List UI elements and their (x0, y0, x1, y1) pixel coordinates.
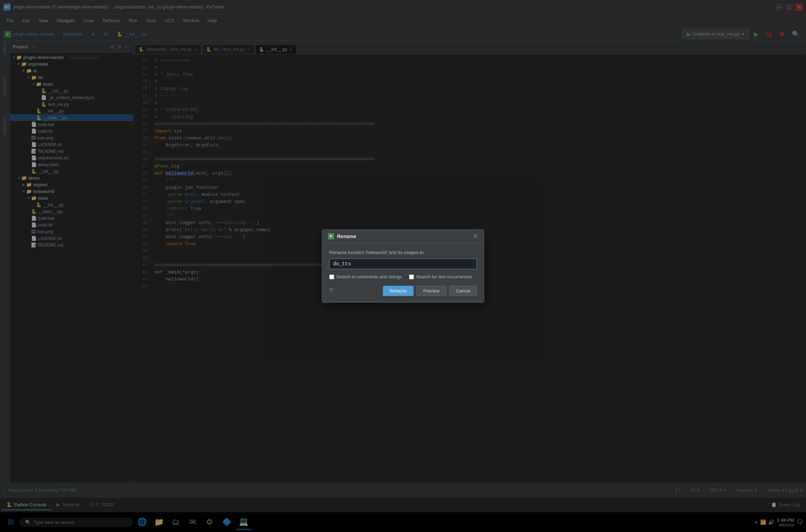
cancel-button[interactable]: Cancel (449, 286, 477, 296)
checkbox-text-occurrences[interactable]: Search for text occurrences (409, 274, 472, 279)
dialog-title: P Rename (328, 233, 356, 240)
rename-input[interactable] (329, 259, 477, 269)
help-icon[interactable]: ? (329, 287, 333, 295)
dialog-prompt: Rename function 'helloworld' and its usa… (329, 250, 477, 255)
preview-button[interactable]: Preview (416, 286, 446, 296)
refactor-button[interactable]: Refactor (383, 286, 414, 296)
checkbox-comments[interactable]: Search in comments and strings (329, 274, 402, 279)
dialog-options: Search in comments and strings Search fo… (329, 274, 477, 279)
dialog-close-button[interactable]: ✕ (473, 233, 478, 240)
checkbox-text-occurrences-input[interactable] (409, 274, 414, 279)
modal-overlay: P Rename ✕ Rename function 'helloworld' … (0, 0, 806, 532)
dialog-body: Rename function 'helloworld' and its usa… (322, 243, 484, 302)
dialog-footer: ? Refactor Preview Cancel (329, 286, 477, 296)
dialog-icon: P (328, 233, 334, 240)
dialog-footer-buttons: Refactor Preview Cancel (383, 286, 477, 296)
checkbox-comments-input[interactable] (329, 274, 334, 279)
dialog-title-bar: P Rename ✕ (322, 230, 484, 243)
rename-dialog: P Rename ✕ Rename function 'helloworld' … (322, 229, 484, 303)
